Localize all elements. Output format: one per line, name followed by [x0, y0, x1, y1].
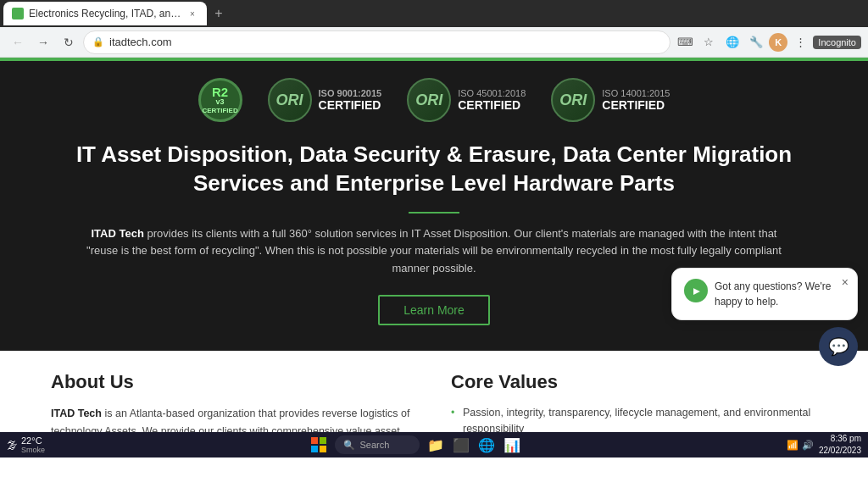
taskbar-center: 🔍 Search 📁 ⬛ 🌐 📊 — [50, 435, 782, 454]
refresh-button[interactable]: ↻ — [58, 31, 80, 53]
about-body: is an Atlanta-based organization that pr… — [51, 408, 409, 432]
weather-info: 22°C Smoke — [21, 435, 45, 454]
taskbar-search[interactable]: 🔍 Search — [335, 435, 420, 454]
incognito-badge: Incognito — [813, 36, 861, 49]
taskbar-file-explorer[interactable]: 📁 — [426, 435, 445, 454]
weather-temp: 22°C — [21, 435, 45, 446]
chat-fab-button[interactable]: 💬 — [819, 327, 858, 366]
cert-badge-iso14001: ORI ISO 14001:2015 CERTIFIED — [551, 78, 670, 122]
weather-widget: 🌫 22°C Smoke — [7, 435, 45, 454]
taskbar-app[interactable]: 📊 — [503, 435, 521, 454]
cert-badge-iso9001: ORI ISO 9001:2015 CERTIFIED — [268, 78, 382, 122]
start-button[interactable] — [309, 435, 328, 454]
about-title: About Us — [51, 371, 417, 393]
r2-cert-label: CERTIFIED — [202, 108, 237, 114]
core-values-section: Core Values Passion, integrity, transpar… — [451, 371, 817, 432]
chat-close-button[interactable]: × — [842, 275, 849, 289]
clock-time: 8:36 pm — [819, 433, 861, 445]
weather-icon: 🌫 — [7, 439, 18, 452]
nav-bar: ← → ↻ 🔒 itadtech.com ⌨ ☆ 🌐 🔧 K ⋮ Incogni… — [0, 27, 868, 58]
new-tab-button[interactable]: + — [207, 2, 231, 25]
translate-icon[interactable]: 🌐 — [721, 31, 743, 53]
profile-button[interactable]: K — [769, 33, 787, 52]
iso-9001-label: ISO 9001:2015 — [319, 88, 382, 98]
address-bar[interactable]: 🔒 itadtech.com — [83, 30, 670, 54]
extension-icon[interactable]: 🔧 — [745, 31, 767, 53]
iso-45001-certified: CERTIFIED — [458, 98, 526, 112]
nav-actions: ⌨ ☆ 🌐 🔧 K ⋮ Incognito — [674, 31, 861, 53]
core-values-title: Core Values — [451, 371, 817, 393]
more-menu-button[interactable]: ⋮ — [789, 31, 811, 53]
tab-title: Electronics Recycling, ITAD, and ... — [29, 8, 181, 19]
chat-logo: ▸ — [684, 279, 708, 302]
cert-text-14001: ISO 14001:2015 CERTIFIED — [602, 88, 670, 112]
system-clock: 8:36 pm 22/02/2023 — [819, 433, 861, 457]
lock-icon: 🔒 — [92, 36, 104, 47]
iso-45001-label: ISO 45001:2018 — [458, 88, 526, 98]
core-values-list: Passion, integrity, transparency, lifecy… — [451, 405, 817, 432]
chat-content: ▸ Got any questions? We're happy to help… — [684, 279, 845, 309]
ori-logo-14001: ORI — [551, 78, 595, 122]
search-icon: 🔍 — [343, 440, 355, 451]
taskbar: 🌫 22°C Smoke 🔍 Search 📁 ⬛ 🌐 📊 📶 🔊 8:36 p… — [0, 432, 868, 458]
cert-badge-r2: R2 v3 CERTIFIED — [198, 78, 242, 122]
cert-badge-iso45001: ORI ISO 45001:2018 CERTIFIED — [407, 78, 526, 122]
cert-text-45001: ISO 45001:2018 CERTIFIED — [458, 88, 526, 112]
taskbar-terminal[interactable]: ⬛ — [452, 435, 470, 454]
website-content: R2 v3 CERTIFIED ORI ISO 9001:2015 CERTIF… — [0, 58, 868, 432]
about-brand: ITAD Tech — [51, 408, 102, 419]
chat-bubble: × ▸ Got any questions? We're happy to he… — [671, 268, 858, 320]
about-section: About Us ITAD Tech is an Atlanta-based o… — [51, 371, 417, 432]
hero-desc-brand: ITAD Tech — [92, 227, 144, 240]
core-value-1: Passion, integrity, transparency, lifecy… — [451, 405, 817, 432]
keyboard-shortcut-icon[interactable]: ⌨ — [674, 31, 696, 53]
taskbar-right: 📶 🔊 8:36 pm 22/02/2023 — [787, 433, 861, 457]
ori-logo-45001: ORI — [407, 78, 451, 122]
volume-icon: 🔊 — [802, 440, 814, 451]
clock-date: 22/02/2023 — [819, 445, 861, 457]
url-text: itadtech.com — [109, 36, 172, 48]
tab-bar: Electronics Recycling, ITAD, and ... × + — [0, 0, 868, 27]
cert-text-9001: ISO 9001:2015 CERTIFIED — [319, 88, 382, 112]
r2-logo: R2 v3 CERTIFIED — [198, 78, 242, 122]
active-tab[interactable]: Electronics Recycling, ITAD, and ... × — [3, 2, 207, 25]
ori-logo-9001: ORI — [268, 78, 312, 122]
bookmark-icon[interactable]: ☆ — [698, 31, 720, 53]
r2-version: v3 — [216, 98, 225, 106]
chat-widget: × ▸ Got any questions? We're happy to he… — [671, 268, 858, 366]
about-text: ITAD Tech is an Atlanta-based organizati… — [51, 405, 417, 432]
back-button[interactable]: ← — [7, 31, 29, 53]
tab-close-button[interactable]: × — [186, 8, 198, 19]
iso-14001-label: ISO 14001:2015 — [602, 88, 670, 98]
r2-text: R2 — [212, 86, 228, 98]
certifications-row: R2 v3 CERTIFIED ORI ISO 9001:2015 CERTIF… — [51, 78, 817, 122]
hero-title: IT Asset Disposition, Data Security & Er… — [51, 141, 817, 198]
learn-more-button[interactable]: Learn More — [378, 295, 490, 325]
hero-title-underline — [409, 212, 459, 214]
wifi-icon: 📶 — [787, 440, 798, 451]
forward-button[interactable]: → — [32, 31, 54, 53]
tray-icons: 📶 🔊 — [787, 440, 814, 451]
iso-14001-certified: CERTIFIED — [602, 98, 670, 112]
chat-message: Got any questions? We're happy to help. — [715, 279, 845, 309]
iso-9001-certified: CERTIFIED — [319, 98, 382, 112]
taskbar-chrome[interactable]: 🌐 — [477, 435, 496, 454]
weather-condition: Smoke — [21, 446, 45, 454]
tab-favicon — [12, 8, 24, 19]
search-placeholder: Search — [359, 440, 389, 450]
windows-logo — [311, 437, 326, 452]
